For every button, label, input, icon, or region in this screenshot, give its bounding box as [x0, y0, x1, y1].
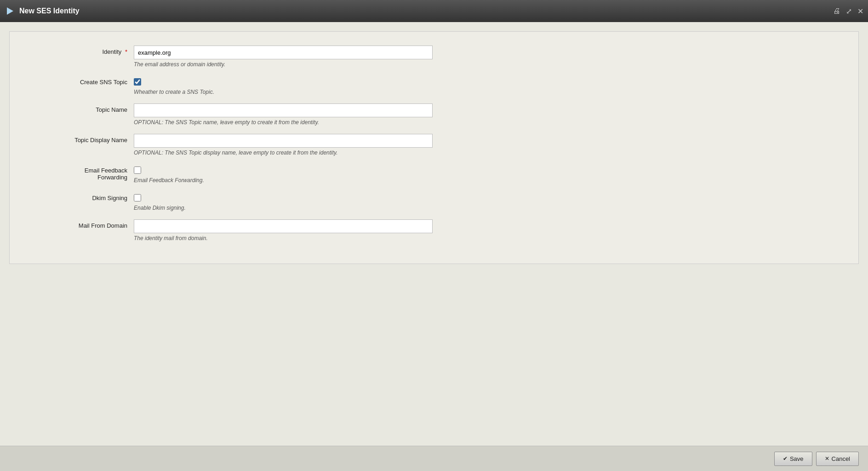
mail-from-domain-control: The identity mail from domain.: [134, 219, 840, 248]
svg-marker-0: [7, 7, 13, 15]
identity-input[interactable]: [134, 46, 433, 59]
topic-name-control: OPTIONAL: The SNS Topic name, leave empt…: [134, 103, 840, 132]
main-area: Identity * The email address or domain i…: [0, 22, 868, 446]
save-label: Save: [790, 455, 804, 462]
topic-name-input[interactable]: [134, 103, 433, 117]
print-button[interactable]: 🖨: [833, 7, 840, 15]
content-spacer: [0, 273, 868, 446]
bottom-bar: ✔ Save ✕ Cancel: [0, 446, 868, 471]
window-controls: 🖨 ⤢ ✕: [833, 7, 863, 16]
close-button[interactable]: ✕: [857, 7, 863, 16]
topic-name-label: Topic Name: [28, 103, 134, 113]
cancel-icon: ✕: [825, 455, 829, 462]
email-feedback-forwarding-checkbox[interactable]: [134, 167, 141, 174]
maximize-button[interactable]: ⤢: [846, 7, 852, 16]
title-bar: New SES Identity 🖨 ⤢ ✕: [0, 0, 868, 22]
topic-display-name-row: Topic Display Name OPTIONAL: The SNS Top…: [28, 134, 840, 162]
identity-row: Identity * The email address or domain i…: [28, 46, 840, 74]
email-feedback-forwarding-label: Email Feedback Forwarding: [28, 164, 134, 181]
dkim-signing-control: Enable Dkim signing.: [134, 192, 840, 218]
create-sns-topic-control: Wheather to create a SNS Topic.: [134, 76, 840, 102]
required-marker: *: [125, 48, 127, 55]
dkim-signing-checkbox[interactable]: [134, 194, 141, 201]
create-sns-topic-row: Create SNS Topic Wheather to create a SN…: [28, 76, 840, 102]
email-feedback-forwarding-hint: Email Feedback Forwarding.: [134, 177, 840, 184]
identity-hint: The email address or domain identity.: [134, 61, 840, 68]
form-panel: Identity * The email address or domain i…: [9, 31, 859, 264]
cancel-label: Cancel: [832, 455, 850, 462]
mail-from-domain-label: Mail From Domain: [28, 219, 134, 229]
save-button[interactable]: ✔ Save: [774, 452, 812, 466]
window-title: New SES Identity: [19, 7, 833, 15]
app-icon: [5, 6, 15, 16]
create-sns-topic-checkbox[interactable]: [134, 78, 141, 86]
mail-from-domain-hint: The identity mail from domain.: [134, 235, 840, 241]
email-feedback-forwarding-row: Email Feedback Forwarding Email Feedback…: [28, 164, 840, 190]
dkim-signing-label: Dkim Signing: [28, 192, 134, 201]
identity-control: The email address or domain identity.: [134, 46, 840, 74]
cancel-button[interactable]: ✕ Cancel: [816, 452, 859, 466]
mail-from-domain-row: Mail From Domain The identity mail from …: [28, 219, 840, 248]
email-feedback-forwarding-control: Email Feedback Forwarding.: [134, 164, 840, 190]
topic-name-row: Topic Name OPTIONAL: The SNS Topic name,…: [28, 103, 840, 132]
identity-label: Identity *: [28, 46, 134, 55]
topic-display-name-label: Topic Display Name: [28, 134, 134, 144]
create-sns-topic-hint: Wheather to create a SNS Topic.: [134, 89, 840, 95]
topic-display-name-hint: OPTIONAL: The SNS Topic display name, le…: [134, 149, 840, 156]
topic-display-name-control: OPTIONAL: The SNS Topic display name, le…: [134, 134, 840, 162]
create-sns-topic-label: Create SNS Topic: [28, 76, 134, 86]
dkim-signing-row: Dkim Signing Enable Dkim signing.: [28, 192, 840, 218]
save-icon: ✔: [783, 455, 788, 462]
mail-from-domain-input[interactable]: [134, 219, 433, 233]
dkim-signing-hint: Enable Dkim signing.: [134, 205, 840, 211]
topic-name-hint: OPTIONAL: The SNS Topic name, leave empt…: [134, 119, 840, 126]
topic-display-name-input[interactable]: [134, 134, 433, 148]
